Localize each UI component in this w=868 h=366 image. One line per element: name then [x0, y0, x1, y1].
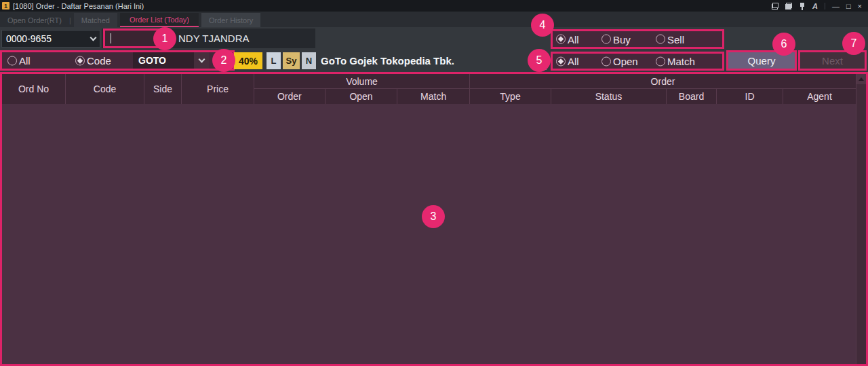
col-header-type[interactable]: Type — [470, 89, 551, 104]
col-header-vol-order[interactable]: Order — [254, 89, 326, 104]
minimize-icon[interactable]: — — [832, 3, 840, 10]
col-header-code[interactable]: Code — [66, 74, 144, 104]
col-group-volume: Volume Order Open Match — [254, 74, 470, 104]
radio-icon — [656, 56, 665, 66]
radio-status-match[interactable]: Match — [656, 56, 695, 67]
side-filter-group: All Buy Sell — [551, 29, 724, 49]
col-header-vol-match[interactable]: Match — [397, 89, 469, 104]
callout-4: 4 — [531, 14, 554, 37]
board-badge-l: L — [267, 52, 281, 69]
radio-selected-icon — [556, 56, 566, 66]
radio-selected-icon — [75, 56, 85, 65]
radio-scope-code[interactable]: Code — [75, 55, 111, 67]
stock-name-label: GoTo Gojek Tokopedia Tbk. — [321, 52, 454, 69]
table-body-empty — [2, 104, 856, 364]
col-header-board[interactable]: Board — [667, 89, 717, 104]
maximize-icon[interactable]: □ — [846, 3, 851, 10]
window-title: [1080] Order - Daftar Pesanan (Hari Ini) — [13, 2, 144, 10]
margin-ratio-badge: 40% — [234, 52, 262, 69]
group-header-order: Order — [470, 74, 856, 89]
tab-bar: Open Order(RT) | Matched Order List (Tod… — [0, 12, 868, 27]
order-window: 1 [1080] Order - Daftar Pesanan (Hari In… — [0, 0, 868, 366]
radio-icon — [656, 35, 665, 44]
close-icon[interactable]: × — [858, 3, 862, 10]
controls-divider — [825, 3, 825, 10]
app-number-badge: 1 — [2, 2, 9, 10]
callout-1: 1 — [153, 27, 176, 50]
duplicate-window-icon[interactable] — [785, 3, 792, 10]
arrow-up-icon — [859, 77, 864, 81]
col-header-status[interactable]: Status — [551, 89, 667, 104]
radio-status-open[interactable]: Open — [601, 56, 638, 67]
restore-layout-icon[interactable] — [772, 3, 778, 10]
radio-side-sell[interactable]: Sell — [656, 33, 684, 45]
callout-6: 6 — [772, 33, 795, 56]
board-badge-sy: Sy — [283, 52, 300, 69]
radio-label: All — [19, 55, 31, 67]
radio-scope-all[interactable]: All — [7, 55, 31, 67]
radio-label: All — [568, 56, 579, 67]
radio-label: Code — [87, 55, 111, 67]
radio-selected-icon — [556, 35, 566, 44]
group-header-volume: Volume — [254, 74, 469, 89]
title-bar: 1 [1080] Order - Daftar Pesanan (Hari In… — [0, 0, 868, 12]
radio-icon — [601, 56, 611, 66]
chevron-down-icon — [194, 52, 209, 69]
radio-label: Buy — [613, 33, 631, 45]
scroll-up-button[interactable] — [856, 74, 866, 84]
callout-7: 7 — [842, 32, 865, 55]
col-header-ord-no[interactable]: Ord No — [2, 74, 66, 104]
pin-icon[interactable] — [799, 3, 806, 10]
account-select[interactable]: 0000-9655 — [1, 30, 100, 48]
window-controls: A — □ × — [772, 0, 868, 12]
stock-code-select[interactable]: GOTO — [133, 52, 209, 69]
callout-2: 2 — [212, 49, 235, 72]
radio-label: All — [568, 33, 579, 45]
tab-order-list-today[interactable]: Order List (Today) — [120, 13, 199, 27]
stock-code-value: GOTO — [138, 55, 166, 66]
callout-3: 3 — [422, 205, 445, 228]
chevron-down-icon — [90, 35, 97, 41]
col-header-agent[interactable]: Agent — [783, 89, 856, 104]
client-name: NDY TJANDRA — [178, 29, 249, 48]
col-group-order: Order Type Status Board ID Agent — [470, 74, 856, 104]
radio-status-all[interactable]: All — [556, 56, 579, 67]
font-settings-icon[interactable]: A — [812, 3, 818, 10]
tab-matched[interactable]: Matched — [74, 13, 117, 27]
radio-label: Match — [667, 56, 695, 67]
col-header-side[interactable]: Side — [144, 74, 182, 104]
radio-icon — [601, 35, 611, 44]
radio-side-all[interactable]: All — [556, 33, 579, 45]
account-value: 0000-9655 — [6, 33, 52, 44]
tab-separator: | — [69, 13, 71, 27]
status-filter-group: All Open Match — [551, 52, 724, 71]
table-header: Ord No Code Side Price Volume Order Open… — [2, 74, 856, 104]
radio-icon — [7, 56, 17, 65]
board-badge-n: N — [302, 52, 316, 69]
radio-side-buy[interactable]: Buy — [601, 33, 631, 45]
col-header-vol-open[interactable]: Open — [326, 89, 398, 104]
col-header-id[interactable]: ID — [717, 89, 783, 104]
tab-open-order-rt[interactable]: Open Order(RT) — [0, 13, 69, 27]
radio-label: Open — [613, 56, 638, 67]
text-caret — [111, 33, 111, 43]
col-header-price[interactable]: Price — [182, 74, 254, 104]
radio-label: Sell — [667, 33, 684, 45]
vertical-scrollbar[interactable] — [856, 74, 866, 364]
callout-5: 5 — [528, 49, 551, 72]
tab-order-history[interactable]: Order History — [201, 13, 260, 27]
